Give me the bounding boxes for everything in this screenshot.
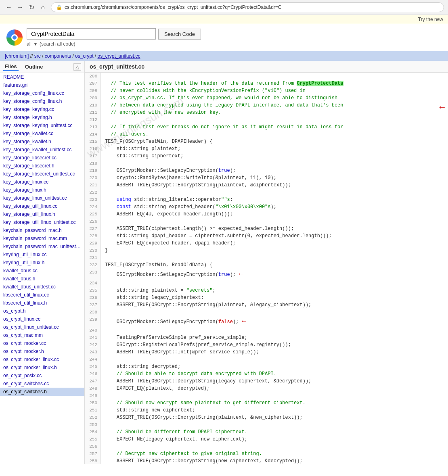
line-number: 218 — [85, 160, 101, 167]
line-number: 214 — [85, 131, 101, 138]
breadcrumb-chromium[interactable]: [chromium] — [5, 53, 29, 59]
list-item[interactable]: features.gni — [0, 81, 84, 89]
back-button[interactable]: ← — [4, 2, 14, 12]
list-item[interactable]: kwallet_dbus.h — [0, 275, 84, 283]
line-code — [101, 421, 448, 428]
list-item[interactable]: os_crypt_mocker_linux.h — [0, 363, 84, 372]
list-item[interactable]: os_crypt.h — [0, 307, 84, 315]
list-item[interactable]: key_storage_util_linux.h — [0, 210, 84, 218]
line-number: 253 — [85, 421, 101, 428]
list-item[interactable]: key_storage_linux.cc — [0, 178, 84, 186]
list-item[interactable]: key_storage_util_linux_unittest.cc — [0, 218, 84, 226]
line-number: 258 — [85, 457, 101, 464]
forward-button[interactable]: → — [15, 2, 25, 12]
code-line: 253 — [85, 421, 448, 428]
code-line: 250 // Should now encrypt same plaintext… — [85, 399, 448, 407]
line-number: 240 — [85, 327, 101, 334]
list-item[interactable]: keychain_password_mac.mm — [0, 234, 84, 242]
line-number: 237 — [85, 301, 101, 309]
list-item[interactable]: os_crypt_mac.mm — [0, 331, 84, 339]
code-line: 220 crypto::RandBytes(base::WriteInto(&p… — [85, 174, 448, 182]
list-item[interactable]: kwallet_dbus_unittest.cc — [0, 283, 84, 291]
breadcrumb-file[interactable]: os_crypt_unittest.cc — [97, 53, 140, 59]
list-item[interactable]: key_storage_libsecret.cc — [0, 154, 84, 162]
code-line: 240 — [85, 327, 448, 334]
reload-button[interactable]: ↻ — [27, 2, 36, 12]
list-item[interactable]: os_crypt_posix.cc — [0, 372, 84, 380]
sidebar-collapse-button[interactable]: △ — [73, 63, 81, 71]
tab-files[interactable]: Files — [3, 63, 19, 71]
search-input[interactable] — [27, 28, 156, 40]
list-item[interactable]: keyring_util_linux.cc — [0, 251, 84, 259]
notification-bar: Try the new — [0, 15, 448, 24]
line-code — [101, 392, 448, 399]
code-line: 210 // between data encrypted using the … — [85, 102, 448, 109]
line-number: 221 — [85, 182, 101, 189]
code-line: 243 ASSERT_TRUE(OSCrypt::Init(&pref_serv… — [85, 349, 448, 356]
code-line: 241 TestingPrefServiceSimple pref_servic… — [85, 334, 448, 341]
list-item[interactable]: os_crypt_mocker_linux.cc — [0, 355, 84, 363]
line-number: 230 — [85, 247, 101, 254]
line-code — [101, 443, 448, 450]
line-number: 212 — [85, 116, 101, 123]
code-line: 212 — [85, 116, 448, 123]
breadcrumb: [chromium] // src / components / os_cryp… — [0, 51, 448, 61]
list-item[interactable]: kwallet_dbus.cc — [0, 267, 84, 275]
code-line: 225 ASSERT_EQ(4U, expected_header.length… — [85, 211, 448, 218]
line-code: // Decrypt new ciphertext to give origin… — [101, 450, 448, 457]
list-item[interactable]: key_storage_keyring.cc — [0, 105, 84, 113]
line-code: EXPECT_NE(legacy_ciphertext, new_ciphert… — [101, 436, 448, 443]
breadcrumb-os-crypt[interactable]: os_crypt — [75, 53, 93, 59]
code-line: 228 std::string dpapi_header = ciphertex… — [85, 232, 448, 240]
list-item[interactable]: key_storage_libsecret.h — [0, 162, 84, 170]
list-item[interactable]: keychain_password_mac.h — [0, 226, 84, 234]
list-item[interactable]: key_storage_config_linux.h — [0, 97, 84, 105]
browser-bar: ← → ↻ ⌂ 🔒 cs.chromium.org/chromium/src/c… — [0, 0, 448, 15]
list-item[interactable]: key_storage_linux.h — [0, 186, 84, 194]
dropdown-icon[interactable]: ▼ — [33, 41, 38, 47]
line-number: 233 — [85, 269, 101, 280]
list-item[interactable]: README — [0, 73, 84, 81]
line-code: TestingPrefServiceSimple pref_service_si… — [101, 334, 448, 341]
line-number: 232 — [85, 261, 101, 269]
list-item[interactable]: key_storage_util_linux.cc — [0, 202, 84, 210]
code-line: 219 OSCryptMocker::SetLegacyEncryption(t… — [85, 167, 448, 174]
list-item[interactable]: os_crypt_mocker.cc — [0, 339, 84, 347]
list-item[interactable]: libsecret_util_linux.cc — [0, 291, 84, 299]
list-item[interactable]: key_storage_config_linux.cc — [0, 89, 84, 97]
list-item[interactable]: keyring_util_linux.h — [0, 259, 84, 267]
line-code: std::string plaintext; — [101, 145, 448, 152]
list-item[interactable]: os_crypt_switches.cc — [0, 380, 84, 388]
list-item[interactable]: os_crypt_linux_unittest.cc — [0, 323, 84, 331]
breadcrumb-components[interactable]: components — [45, 53, 71, 59]
line-code: // never collides with the kEncryptionVe… — [101, 87, 448, 94]
address-bar[interactable]: 🔒 cs.chromium.org/chromium/src/component… — [51, 2, 444, 12]
list-item[interactable]: key_storage_keyring_unittest.cc — [0, 121, 84, 129]
list-item[interactable]: os_crypt_linux.cc — [0, 315, 84, 323]
list-item[interactable]: key_storage_kwallet_unittest.cc — [0, 146, 84, 154]
breadcrumb-src[interactable]: src — [34, 53, 41, 59]
list-item[interactable]: key_storage_keyring.h — [0, 113, 84, 121]
line-code: const std::string expected_header("\x01\… — [101, 203, 448, 211]
list-item[interactable]: os_crypt_mocker.h — [0, 347, 84, 355]
lock-icon: 🔒 — [56, 4, 62, 10]
code-line: 249 — [85, 392, 448, 399]
line-code: // Should be different from DPAPI cipher… — [101, 428, 448, 436]
list-item[interactable]: key_storage_libsecret_unittest.cc — [0, 170, 84, 178]
line-code: // encrypted with the new session key. — [101, 109, 448, 116]
line-code: EXPECT_EQ(expected_header, dpapi_header)… — [101, 240, 448, 247]
list-item[interactable]: keychain_password_mac_unittest.mm — [0, 242, 84, 251]
list-item[interactable]: key_storage_linux_unittest.cc — [0, 194, 84, 202]
list-item[interactable]: key_storage_kwallet.cc — [0, 129, 84, 138]
list-item[interactable]: libsecret_util_linux.h — [0, 299, 84, 307]
line-code: } — [101, 247, 448, 254]
line-number: 238 — [85, 309, 101, 316]
tab-outline[interactable]: Outline — [23, 63, 45, 71]
home-button[interactable]: ⌂ — [38, 2, 48, 12]
code-line: 233 OSCryptMocker::SetLegacyEncryption(t… — [85, 269, 448, 280]
code-line: 214 // all users. — [85, 131, 448, 138]
line-code: std::string decrypted; — [101, 363, 448, 370]
list-item-active[interactable]: os_crypt_switches.h — [0, 388, 84, 396]
search-button[interactable]: Search Code — [158, 29, 201, 40]
list-item[interactable]: key_storage_kwallet.h — [0, 138, 84, 146]
